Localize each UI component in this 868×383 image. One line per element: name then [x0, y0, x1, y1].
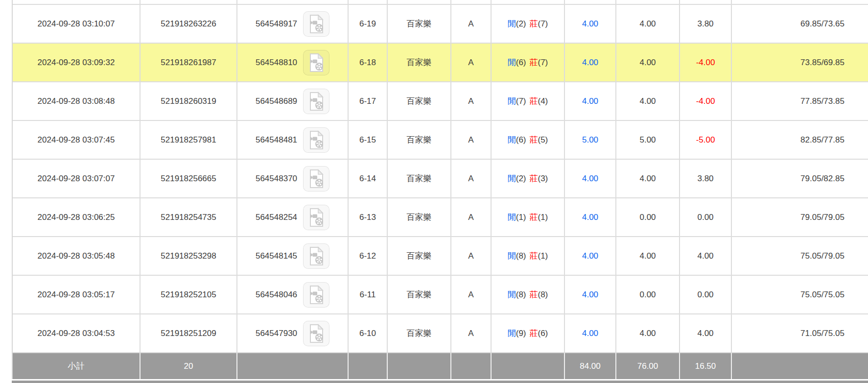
partial-row-top [13, 0, 868, 5]
table-row[interactable]: 2024-09-28 03:10:07 521918263226 5645489… [13, 5, 868, 44]
banker-label: 莊 [530, 250, 538, 262]
bet-id-cell: 521918251209 [141, 314, 237, 352]
round-number-cell: 6-12 [349, 237, 388, 275]
video-replay-icon[interactable] [303, 243, 329, 269]
bet-id-cell: 521918256665 [141, 160, 237, 197]
table-row[interactable]: 2024-09-28 03:07:07 521918256665 5645483… [13, 160, 868, 198]
bet-amount-link[interactable]: 5.00 [565, 121, 616, 159]
subtotal-count: 20 [141, 353, 237, 379]
bet-amount-link[interactable]: 4.00 [565, 160, 616, 197]
banker-label: 莊 [530, 328, 538, 339]
bet-amount-link[interactable]: 4.00 [565, 276, 616, 313]
game-type-cell: 百家樂 [388, 276, 451, 313]
bet-id-cell: 521918254735 [141, 198, 237, 236]
round-id-cell: 564548689 [237, 82, 349, 120]
result-cell: 閒(2)莊(3) [492, 160, 565, 197]
valid-bet-cell: 5.00 [616, 121, 680, 159]
balance-cell: 77.85/73.85 [732, 82, 868, 120]
valid-bet-cell: 4.00 [616, 314, 680, 352]
bet-time-cell: 2024-09-28 03:05:48 [13, 237, 141, 275]
video-replay-icon[interactable] [303, 50, 329, 75]
round-id-cell: 564547930 [237, 314, 349, 352]
round-id-value: 564548810 [256, 58, 297, 68]
round-number-cell: 6-11 [349, 276, 388, 313]
round-id-cell: 564548046 [237, 276, 349, 313]
win-loss-cell: 3.80 [680, 160, 732, 197]
table-row[interactable]: 2024-09-28 03:05:17 521918252105 5645480… [13, 276, 868, 314]
valid-bet-cell: 4.00 [616, 160, 680, 197]
bet-time-cell: 2024-09-28 03:10:07 [13, 5, 141, 43]
table-row[interactable]: 2024-09-28 03:05:48 521918253298 5645481… [13, 237, 868, 276]
subtotal-row: 小計 20 84.00 76.00 16.50 [13, 353, 868, 379]
balance-cell: 69.85/73.65 [732, 5, 868, 43]
partial-row-bottom [12, 381, 868, 383]
table-name-cell: A [451, 44, 492, 81]
balance-cell: 73.85/69.85 [732, 44, 868, 81]
table-name-cell: A [451, 160, 492, 197]
round-id-value: 564548370 [256, 174, 297, 184]
bet-amount-link[interactable]: 4.00 [565, 44, 616, 81]
video-replay-icon[interactable] [303, 11, 329, 37]
table-row[interactable]: 2024-09-28 03:06:25 521918254735 5645482… [13, 198, 868, 237]
valid-bet-cell: 4.00 [616, 44, 680, 81]
banker-points: (7) [538, 58, 548, 68]
video-replay-icon[interactable] [303, 166, 329, 192]
game-type-cell: 百家樂 [388, 121, 451, 159]
valid-bet-cell: 4.00 [616, 237, 680, 275]
round-number-cell: 6-15 [349, 121, 388, 159]
player-label: 閒 [508, 212, 516, 223]
bet-time-cell: 2024-09-28 03:08:48 [13, 82, 141, 120]
balance-cell: 79.05/79.05 [732, 198, 868, 236]
table-name-cell: A [451, 237, 492, 275]
bet-history-table: 2024-09-28 03:10:07 521918263226 5645489… [12, 0, 868, 379]
round-id-value: 564548254 [256, 213, 297, 222]
player-points: (9) [516, 329, 526, 338]
round-number-cell: 6-10 [349, 314, 388, 352]
result-cell: 閒(2)莊(7) [492, 5, 565, 43]
bet-amount-link[interactable]: 4.00 [565, 314, 616, 352]
bet-amount-link[interactable]: 4.00 [565, 5, 616, 43]
round-id-cell: 564548370 [237, 160, 349, 197]
round-number-cell: 6-18 [349, 44, 388, 81]
banker-points: (1) [538, 213, 548, 222]
result-cell: 閒(6)莊(5) [492, 121, 565, 159]
banker-points: (3) [538, 174, 548, 184]
banker-label: 莊 [530, 212, 538, 223]
bet-id-cell: 521918260319 [141, 82, 237, 120]
bet-amount-link[interactable]: 4.00 [565, 198, 616, 236]
round-id-value: 564548145 [256, 251, 297, 261]
banker-label: 莊 [530, 134, 538, 145]
bet-time-cell: 2024-09-28 03:04:53 [13, 314, 141, 352]
round-id-value: 564548689 [256, 96, 297, 106]
bet-amount-link[interactable]: 4.00 [565, 237, 616, 275]
video-replay-icon[interactable] [303, 89, 329, 114]
balance-cell: 71.05/75.05 [732, 314, 868, 352]
bet-time-cell: 2024-09-28 03:07:07 [13, 160, 141, 197]
result-cell: 閒(8)莊(8) [492, 276, 565, 313]
player-points: (6) [516, 135, 526, 145]
valid-bet-cell: 4.00 [616, 82, 680, 120]
table-row[interactable]: 2024-09-28 03:04:53 521918251209 5645479… [13, 314, 868, 353]
player-label: 閒 [508, 18, 516, 29]
round-id-cell: 564548481 [237, 121, 349, 159]
bet-amount-link[interactable]: 4.00 [565, 82, 616, 120]
table-row[interactable]: 2024-09-28 03:07:45 521918257981 5645484… [13, 121, 868, 160]
banker-label: 莊 [530, 18, 538, 29]
player-label: 閒 [508, 289, 516, 300]
table-name-cell: A [451, 314, 492, 352]
result-cell: 閒(1)莊(1) [492, 198, 565, 236]
table-row[interactable]: 2024-09-28 03:08:48 521918260319 5645486… [13, 82, 868, 121]
round-id-value: 564548046 [256, 290, 297, 300]
round-number-cell: 6-19 [349, 5, 388, 43]
result-cell: 閒(6)莊(7) [492, 44, 565, 81]
player-points: (2) [516, 19, 526, 29]
video-replay-icon[interactable] [303, 282, 329, 308]
video-replay-icon[interactable] [303, 127, 329, 153]
game-type-cell: 百家樂 [388, 82, 451, 120]
video-replay-icon[interactable] [303, 321, 329, 346]
game-type-cell: 百家樂 [388, 198, 451, 236]
video-replay-icon[interactable] [303, 205, 329, 230]
win-loss-cell: 0.00 [680, 276, 732, 313]
table-row[interactable]: 2024-09-28 03:09:32 521918261987 5645488… [13, 44, 868, 82]
round-id-value: 564548917 [256, 19, 297, 29]
